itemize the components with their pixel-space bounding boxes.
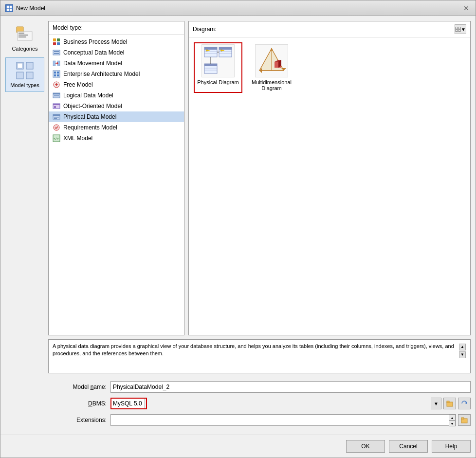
svg-rect-35 xyxy=(53,104,60,105)
categories-icon xyxy=(15,24,35,44)
list-item-logical-data[interactable]: Logical Data Model xyxy=(49,90,184,101)
physical-diagram-icon xyxy=(201,44,235,77)
scroll-up-btn[interactable]: ▲ xyxy=(459,344,466,350)
svg-rect-27 xyxy=(57,74,59,76)
extensions-spinner: ▲ ▼ xyxy=(449,415,456,426)
svg-rect-57 xyxy=(204,64,217,66)
ok-button[interactable]: OK xyxy=(346,440,385,453)
description-scrollbar: ▲ ▼ xyxy=(458,343,466,370)
multidimensional-diagram-label: Multidimensional Diagram xyxy=(249,79,294,91)
physical-data-label: Physical Data Model xyxy=(63,113,116,120)
list-item-free-model[interactable]: Free Model xyxy=(49,79,184,90)
svg-point-62 xyxy=(206,50,208,52)
diagram-item-physical[interactable]: Physical Diagram xyxy=(194,42,242,93)
svg-rect-47 xyxy=(458,30,461,32)
description-text: A physical data diagram provides a graph… xyxy=(53,343,458,370)
svg-rect-13 xyxy=(26,72,33,79)
list-item-physical-data[interactable]: Physical Data Model xyxy=(49,111,184,122)
business-process-icon xyxy=(53,38,60,46)
svg-rect-38 xyxy=(53,114,60,116)
diagram-items-container: Physical Diagram xyxy=(189,37,470,98)
refresh-icon xyxy=(461,400,468,407)
extensions-row: Extensions: ▲ ▼ xyxy=(48,414,471,426)
svg-rect-44 xyxy=(456,27,458,29)
dbms-browse-btn[interactable] xyxy=(443,398,456,409)
svg-marker-77 xyxy=(465,402,467,404)
extensions-folder-icon xyxy=(461,417,468,423)
business-process-label: Business Process Model xyxy=(63,38,127,45)
svg-point-64 xyxy=(220,50,222,52)
requirements-icon xyxy=(53,124,60,131)
svg-rect-36 xyxy=(54,106,56,108)
dialog-title: New Model xyxy=(16,5,45,12)
diagram-item-multidimensional[interactable]: Multidimensional Diagram xyxy=(247,42,296,93)
list-item-xml-model[interactable]: </> XML Model xyxy=(49,133,184,144)
svg-rect-6 xyxy=(18,33,24,34)
svg-rect-1 xyxy=(10,6,12,8)
extensions-browse-btn[interactable] xyxy=(458,414,471,426)
extensions-input-row: ▲ ▼ xyxy=(110,414,471,426)
dbms-row: DBMS: MySQL 5.0 ▼ xyxy=(48,398,471,409)
help-button[interactable]: Help xyxy=(432,440,471,453)
svg-rect-21 xyxy=(53,61,55,66)
list-item-enterprise-arch[interactable]: Enterprise Architecture Model xyxy=(49,69,184,79)
list-item-business-process[interactable]: Business Process Model xyxy=(49,37,184,47)
dbms-refresh-btn[interactable] xyxy=(458,398,471,409)
object-oriented-label: Object-Oriented Model xyxy=(63,103,122,110)
sidebar-item-categories[interactable]: Categories xyxy=(5,21,44,55)
form-section: Model name: DBMS: MySQL 5.0 ▼ xyxy=(48,377,471,430)
dbms-select[interactable]: MySQL 5.0 xyxy=(110,398,145,409)
model-name-label: Model name: xyxy=(48,384,107,390)
dbms-select-container: MySQL 5.0 xyxy=(110,398,429,409)
extensions-spin-down[interactable]: ▼ xyxy=(449,421,456,426)
physical-data-icon xyxy=(53,113,60,121)
extensions-input[interactable]: ▲ ▼ xyxy=(110,414,456,426)
svg-rect-18 xyxy=(53,50,60,55)
dbms-label: DBMS: xyxy=(48,400,107,407)
svg-rect-0 xyxy=(7,6,9,8)
sidebar: Categories Model types xyxy=(5,21,44,430)
svg-rect-25 xyxy=(57,72,59,73)
extensions-label: Extensions: xyxy=(48,417,107,423)
title-bar: New Model ✕ xyxy=(0,0,476,16)
model-type-list: Business Process Model Conceptual Data M… xyxy=(49,35,184,335)
list-item-object-oriented[interactable]: Object-Oriented Model xyxy=(49,101,184,111)
model-name-input[interactable] xyxy=(110,381,471,393)
svg-rect-40 xyxy=(54,118,57,119)
svg-rect-46 xyxy=(456,30,458,32)
list-item-conceptual-data[interactable]: Conceptual Data Model xyxy=(49,47,184,58)
close-button[interactable]: ✕ xyxy=(462,4,471,13)
diagram-view-btn[interactable]: ▼ xyxy=(455,24,466,34)
physical-diagram-label: Physical Diagram xyxy=(197,79,239,85)
multidimensional-diagram-icon xyxy=(255,44,288,77)
svg-text:</>: </> xyxy=(54,137,59,140)
extensions-spin-up[interactable]: ▲ xyxy=(449,415,456,421)
model-types-icon xyxy=(15,61,35,80)
enterprise-arch-label: Enterprise Architecture Model xyxy=(63,71,140,77)
dialog-footer: OK Cancel Help xyxy=(0,435,476,458)
list-item-requirements[interactable]: Requirements Model xyxy=(49,122,184,133)
svg-rect-53 xyxy=(219,47,232,50)
svg-rect-16 xyxy=(53,42,56,45)
free-model-label: Free Model xyxy=(63,81,93,88)
svg-rect-15 xyxy=(57,38,60,41)
xml-model-label: XML Model xyxy=(63,135,92,142)
description-area: A physical data diagram provides a graph… xyxy=(48,339,471,373)
requirements-label: Requirements Model xyxy=(63,124,117,131)
scroll-down-btn[interactable]: ▼ xyxy=(459,351,466,358)
new-model-dialog: New Model ✕ Categories xyxy=(0,0,476,458)
dbms-dropdown-arrow[interactable]: ▼ xyxy=(431,398,441,409)
folder-icon xyxy=(446,400,453,407)
sidebar-item-model-types[interactable]: Model types xyxy=(5,57,44,92)
svg-rect-39 xyxy=(54,117,59,118)
cancel-button[interactable]: Cancel xyxy=(389,440,428,453)
title-bar-left: New Model xyxy=(5,4,45,12)
list-item-data-movement[interactable]: Data Movement Model xyxy=(49,58,184,69)
logical-data-label: Logical Data Model xyxy=(63,92,113,99)
svg-rect-2 xyxy=(7,9,9,11)
dialog-icon xyxy=(5,4,13,12)
diagram-header-row: Diagram: ▼ xyxy=(189,21,470,37)
model-types-label: Model types xyxy=(10,82,39,89)
logical-data-icon xyxy=(53,92,60,99)
diagram-panel: Diagram: ▼ xyxy=(188,21,471,335)
